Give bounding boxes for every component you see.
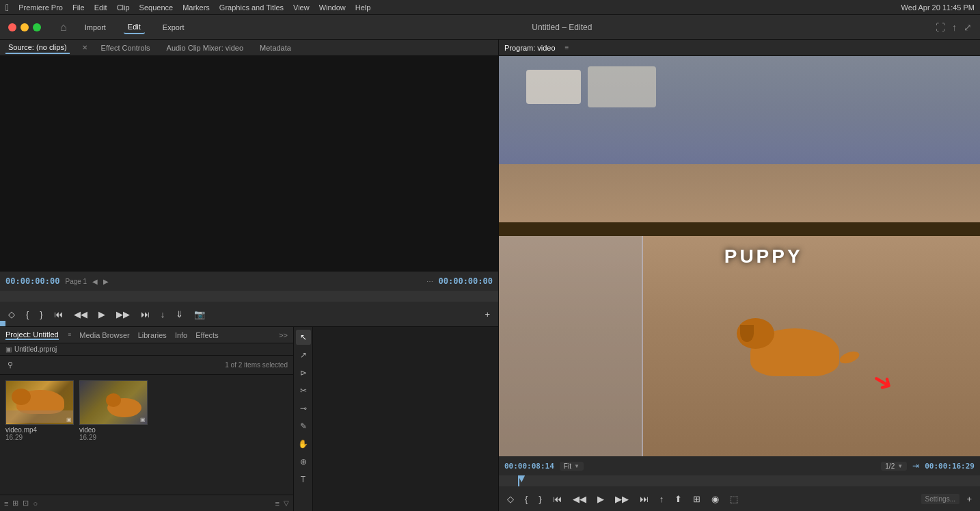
window-close-button[interactable] [8,23,16,31]
source-mark-in-btn[interactable]: { [23,308,31,321]
program-extract-btn[interactable]: ⬆ [672,493,685,506]
project-tab-media[interactable]: Media Browser [79,331,129,339]
program-goto-in-btn[interactable]: ⏮ [550,493,564,506]
fullscreen-icon[interactable]: ⛶ [936,22,945,33]
tool-ripple-edit[interactable]: ⊳ [296,365,311,380]
source-empty-area [0,56,498,272]
project-tab-info[interactable]: Info [175,331,187,339]
tool-razor[interactable]: ✂ [296,383,311,398]
program-add-marker-btn[interactable]: ◇ [504,493,517,506]
program-compare-btn[interactable]: ⬚ [727,493,741,506]
home-icon[interactable]: ⌂ [60,21,67,34]
source-goto-in-btn[interactable]: ⏮ [51,308,66,321]
project-list-view-icon[interactable]: ⊞ [12,499,18,508]
project-folder-icon: ▣ [5,345,12,353]
page-indicator[interactable]: Page 1 [65,278,87,285]
project-sort-icon[interactable]: ▽ [284,499,289,507]
tool-text[interactable]: T [296,472,311,487]
tool-selection[interactable]: ↖ [296,330,311,345]
menu-sequence[interactable]: Sequence [139,3,174,12]
source-tab-audiomixer[interactable]: Audio Clip Mixer: video [164,42,247,53]
project-tab-effects[interactable]: Effects [195,331,218,339]
menu-help[interactable]: Help [355,3,371,12]
project-new-bin-icon[interactable]: ≡ [4,499,8,508]
edit-button[interactable]: Edit [124,21,145,34]
program-video[interactable]: PUPPY ➜ [499,56,980,456]
program-step-fwd-btn[interactable]: ▶▶ [612,493,631,506]
menu-markers[interactable]: Markers [182,3,210,12]
apple-logo-icon[interactable]:  [5,2,9,13]
tool-pen[interactable]: ✎ [296,419,311,434]
source-tab-metadata[interactable]: Metadata [257,42,294,53]
project-item-1[interactable]: ▣ video 16.29 [79,380,148,489]
program-mark-out-btn[interactable]: } [536,493,544,506]
program-add-btn[interactable]: + [964,493,975,506]
program-mark-in-btn[interactable]: { [522,493,530,506]
program-step-back-btn[interactable]: ◀◀ [570,493,589,506]
project-tab-libraries[interactable]: Libraries [138,331,167,339]
project-search-icon[interactable]: ⚲ [5,360,15,370]
program-next-edit-icon[interactable]: ⇥ [912,461,919,471]
import-button[interactable]: Import [81,21,110,34]
source-step-fwd-btn[interactable]: ▶▶ [113,308,133,321]
thumb-badge: ▣ [66,417,72,423]
system-time: Wed Apr 20 11:45 PM [901,3,975,12]
pillow-2 [588,66,656,107]
project-tab-close[interactable]: ≡ [68,332,72,338]
project-item-0[interactable]: ▣ video.mp4 16.29 [5,380,74,489]
source-add-btn[interactable]: + [482,308,493,321]
window-maximize-button[interactable] [33,23,41,31]
source-tab-effects[interactable]: Effect Controls [98,42,153,53]
tool-hand[interactable]: ✋ [296,436,311,451]
source-tab-source[interactable]: Source: (no clips) [5,42,70,54]
program-settings-btn[interactable]: Settings... [921,494,959,504]
program-tab[interactable]: Program: video [504,44,556,52]
program-multiview-btn[interactable]: ⊞ [690,493,703,506]
source-insert-btn[interactable]: ↓ [158,308,168,321]
program-tab-menu-icon[interactable]: ≡ [565,44,569,51]
tool-track-select[interactable]: ↗ [296,348,311,363]
project-settings-icon[interactable]: ≡ [275,499,280,508]
source-step-back-btn[interactable]: ◀◀ [71,308,90,321]
share-icon[interactable]: ↑ [952,22,957,33]
expand-icon[interactable]: ⤢ [964,22,972,33]
export-button[interactable]: Export [159,21,189,34]
page-nav-right[interactable]: ▶ [103,278,109,285]
source-tab-close[interactable]: ✕ [82,44,87,51]
window-minimize-button[interactable] [21,23,29,31]
project-freeform-icon[interactable]: ○ [33,499,38,508]
source-mark-out-btn[interactable]: } [37,308,45,321]
video-scene: PUPPY ➜ [499,56,980,456]
bottom-section: Project: Untitled ≡ Media Browser Librar… [0,326,498,511]
source-export-frame-btn[interactable]: 📷 [191,308,208,321]
project-item-duration-0: 16.29 [5,434,23,441]
right-panel: Program: video ≡ [499,40,980,511]
menu-graphics[interactable]: Graphics and Titles [219,3,284,12]
project-tab-expand[interactable]: >> [279,331,288,339]
menu-view[interactable]: View [293,3,310,12]
menu-clip[interactable]: Clip [117,3,130,12]
project-filename: Untitled.prproj [14,345,57,353]
menu-premiere-pro[interactable]: Premiere Pro [18,3,63,12]
source-timecode-right: 00:00:00:00 [439,276,493,286]
program-lift-btn[interactable]: ↑ [657,493,667,506]
tool-zoom[interactable]: ⊕ [296,454,311,469]
tool-slip[interactable]: ⊸ [296,401,311,416]
program-play-btn[interactable]: ▶ [595,493,607,506]
program-goto-out-btn[interactable]: ⏭ [637,493,651,506]
program-ratio-dropdown[interactable]: 1/2 ▼ [881,462,907,471]
page-nav-left[interactable]: ◀ [92,278,98,285]
menu-edit[interactable]: Edit [94,3,107,12]
program-fit-dropdown[interactable]: Fit ▼ [560,462,584,471]
project-icon-view-icon[interactable]: ⊡ [23,499,29,508]
program-vr-btn[interactable]: ◉ [709,493,722,506]
source-play-btn[interactable]: ▶ [96,308,108,321]
source-goto-out-btn[interactable]: ⏭ [138,308,152,321]
menu-window[interactable]: Window [319,3,346,12]
project-item-count: 1 of 2 items selected [225,361,288,369]
menu-file[interactable]: File [72,3,85,12]
project-tab-project[interactable]: Project: Untitled [5,330,59,340]
source-options-icon[interactable]: ⋯ [426,278,433,285]
source-overwrite-btn[interactable]: ⇓ [173,308,186,321]
source-add-marker-btn[interactable]: ◇ [5,308,18,321]
